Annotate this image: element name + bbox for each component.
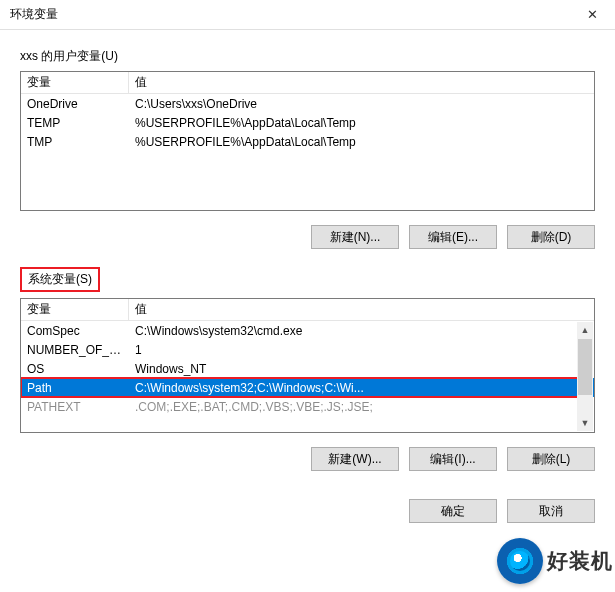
system-vars-list[interactable]: 变量 值 ComSpec C:\Windows\system32\cmd.exe…	[20, 298, 595, 433]
scroll-up-icon[interactable]: ▲	[581, 322, 590, 338]
var-value: %USERPROFILE%\AppData\Local\Temp	[129, 116, 594, 130]
system-edit-button[interactable]: 编辑(I)...	[409, 447, 497, 471]
var-name: Path	[21, 381, 129, 395]
user-new-button[interactable]: 新建(N)...	[311, 225, 399, 249]
col-header-name[interactable]: 变量	[21, 72, 129, 93]
user-vars-header: 变量 值	[21, 72, 594, 94]
var-name: TEMP	[21, 116, 129, 130]
col-header-value[interactable]: 值	[129, 299, 594, 320]
window-title: 环境变量	[10, 6, 58, 23]
system-vars-buttons: 新建(W)... 编辑(I)... 删除(L)	[20, 447, 595, 471]
var-value: C:\Users\xxs\OneDrive	[129, 97, 594, 111]
var-value: C:\Windows\system32\cmd.exe	[129, 324, 594, 338]
system-new-button[interactable]: 新建(W)...	[311, 447, 399, 471]
system-vars-label: 系统变量(S)	[20, 267, 100, 292]
user-vars-buttons: 新建(N)... 编辑(E)... 删除(D)	[20, 225, 595, 249]
dialog-footer: 确定 取消	[0, 499, 615, 543]
user-delete-button[interactable]: 删除(D)	[507, 225, 595, 249]
close-icon: ✕	[587, 7, 598, 22]
var-name: OneDrive	[21, 97, 129, 111]
var-name: PATHEXT	[21, 400, 129, 414]
system-vars-section: 系统变量(S) 变量 值 ComSpec C:\Windows\system32…	[20, 267, 595, 471]
close-button[interactable]: ✕	[570, 0, 615, 30]
watermark-text: 好装机	[547, 547, 613, 575]
system-vars-header: 变量 值	[21, 299, 594, 321]
table-row[interactable]: NUMBER_OF_PR... 1	[21, 340, 594, 359]
user-vars-list[interactable]: 变量 值 OneDrive C:\Users\xxs\OneDrive TEMP…	[20, 71, 595, 211]
var-value: C:\Windows\system32;C:\Windows;C:\Wi...	[129, 381, 594, 395]
table-row[interactable]: ComSpec C:\Windows\system32\cmd.exe	[21, 321, 594, 340]
system-delete-button[interactable]: 删除(L)	[507, 447, 595, 471]
user-edit-button[interactable]: 编辑(E)...	[409, 225, 497, 249]
var-value: 1	[129, 343, 594, 357]
user-vars-section: xxs 的用户变量(U) 变量 值 OneDrive C:\Users\xxs\…	[20, 48, 595, 249]
watermark-logo-icon	[497, 538, 543, 584]
var-value: %USERPROFILE%\AppData\Local\Temp	[129, 135, 594, 149]
scroll-thumb[interactable]	[578, 339, 592, 395]
user-vars-label: xxs 的用户变量(U)	[20, 48, 118, 65]
watermark: 好装机	[497, 538, 613, 584]
titlebar: 环境变量 ✕	[0, 0, 615, 30]
var-value: Windows_NT	[129, 362, 594, 376]
table-row[interactable]: TMP %USERPROFILE%\AppData\Local\Temp	[21, 132, 594, 151]
ok-button[interactable]: 确定	[409, 499, 497, 523]
table-row-selected[interactable]: Path C:\Windows\system32;C:\Windows;C:\W…	[21, 378, 594, 397]
dialog-body: xxs 的用户变量(U) 变量 值 OneDrive C:\Users\xxs\…	[0, 30, 615, 499]
table-row[interactable]: OS Windows_NT	[21, 359, 594, 378]
var-value: .COM;.EXE;.BAT;.CMD;.VBS;.VBE;.JS;.JSE;	[129, 400, 594, 414]
var-name: OS	[21, 362, 129, 376]
var-name: ComSpec	[21, 324, 129, 338]
var-name: NUMBER_OF_PR...	[21, 343, 129, 357]
col-header-value[interactable]: 值	[129, 72, 594, 93]
system-vars-body: ComSpec C:\Windows\system32\cmd.exe NUMB…	[21, 321, 594, 433]
scrollbar[interactable]: ▲ ▼	[577, 322, 593, 431]
table-row[interactable]: PATHEXT .COM;.EXE;.BAT;.CMD;.VBS;.VBE;.J…	[21, 397, 594, 416]
cancel-button[interactable]: 取消	[507, 499, 595, 523]
table-row[interactable]: OneDrive C:\Users\xxs\OneDrive	[21, 94, 594, 113]
scroll-down-icon[interactable]: ▼	[581, 415, 590, 431]
var-name: TMP	[21, 135, 129, 149]
user-vars-body: OneDrive C:\Users\xxs\OneDrive TEMP %USE…	[21, 94, 594, 151]
table-row[interactable]: TEMP %USERPROFILE%\AppData\Local\Temp	[21, 113, 594, 132]
col-header-name[interactable]: 变量	[21, 299, 129, 320]
